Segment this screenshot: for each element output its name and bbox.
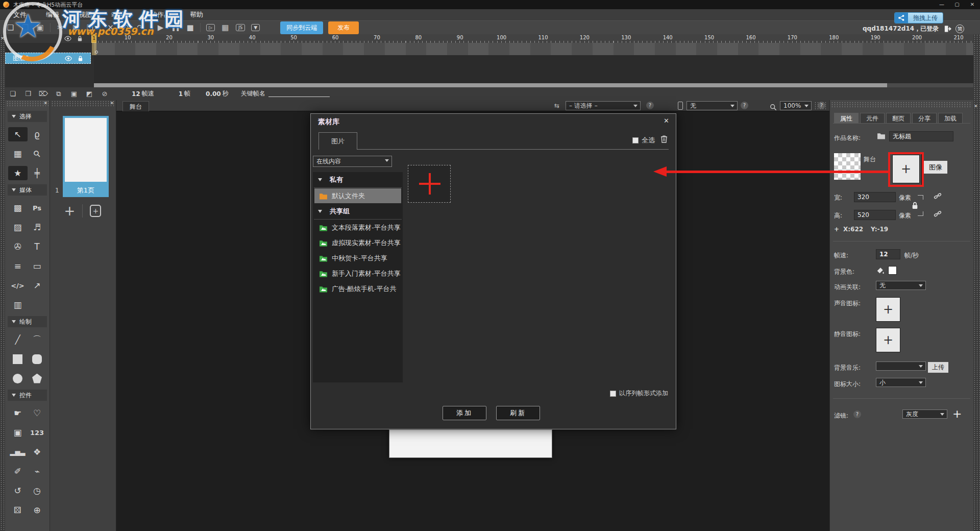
folder-item[interactable]: 广告-酷炫手机-平台共: [314, 281, 401, 296]
folder-group-共享组[interactable]: 共享组: [313, 204, 403, 219]
work-name-input[interactable]: 无标题: [889, 131, 953, 141]
panel-tab-元件[interactable]: 元件: [860, 113, 885, 123]
upload-music-button[interactable]: 上传: [928, 362, 948, 373]
polygon-tool[interactable]: [28, 371, 47, 385]
gesture-tool[interactable]: ☛: [8, 406, 28, 420]
filter-help-icon[interactable]: ?: [853, 411, 861, 418]
upload-image-tile[interactable]: [408, 165, 451, 203]
pause-icon[interactable]: ❚❚: [168, 25, 183, 31]
frames-track[interactable]: [94, 43, 973, 55]
qr-code-icon[interactable]: ▦: [218, 23, 233, 32]
folder-item[interactable]: 虚拟现实素材-平台共享: [314, 235, 401, 250]
add-page-button[interactable]: +: [64, 203, 76, 219]
brush-tool[interactable]: ✐: [8, 464, 28, 478]
menu-item-1[interactable]: 编辑: [38, 9, 67, 20]
menu-item-0[interactable]: 文件: [5, 9, 35, 20]
properties-panel-grip[interactable]: [831, 102, 972, 108]
folder-item[interactable]: 中秋贺卡-平台共享: [314, 251, 401, 266]
open-file-icon[interactable]: ❐: [18, 23, 33, 32]
menu-item-3[interactable]: 动画: [103, 9, 133, 20]
stage-canvas[interactable]: [389, 429, 552, 458]
vote-tool[interactable]: ▣: [8, 425, 28, 440]
ellipse-tool[interactable]: [8, 371, 28, 385]
guides-tool[interactable]: ╪: [28, 166, 47, 180]
insert-keyframe-icon[interactable]: ◩: [82, 90, 97, 98]
close-panel-icon[interactable]: ✕: [1, 36, 5, 41]
timer-tool[interactable]: ◷: [28, 484, 47, 498]
paint-bucket-icon[interactable]: [876, 266, 885, 275]
section-header-选择[interactable]: 选择: [8, 111, 47, 122]
delete-icon[interactable]: ✕: [103, 23, 118, 32]
add-filter-button[interactable]: +: [952, 407, 962, 420]
section-header-控件[interactable]: 控件: [8, 390, 47, 401]
image-tool[interactable]: ▨: [8, 220, 28, 234]
stage-background-thumbnail[interactable]: [834, 153, 861, 180]
preset-select[interactable]: – 请选择 –: [566, 101, 641, 110]
publish-button[interactable]: 发布: [328, 21, 359, 34]
folder-item[interactable]: 文本段落素材-平台共享: [314, 220, 401, 235]
menu-item-2[interactable]: 视图: [70, 9, 100, 20]
aspect-lock-icon[interactable]: [911, 201, 919, 210]
close-tools-panel-icon[interactable]: ✕: [43, 101, 47, 106]
new-frame-icon[interactable]: ❏: [5, 90, 20, 98]
text-tool[interactable]: T: [28, 239, 47, 254]
chart-tool[interactable]: ↗: [28, 278, 47, 293]
new-file-icon[interactable]: ❏: [3, 23, 18, 32]
animation-link-select[interactable]: 无: [876, 281, 926, 290]
tools-panel-grip[interactable]: ✕: [6, 101, 48, 107]
board-tool[interactable]: ▭: [28, 259, 47, 273]
refresh-button[interactable]: 刷新: [496, 406, 540, 420]
add-mute-icon-button[interactable]: +: [876, 328, 900, 352]
layer-row[interactable]: 图层0: [5, 53, 91, 64]
sequence-frames-checkbox[interactable]: [610, 391, 616, 397]
menu-item-5[interactable]: 帮助: [182, 9, 211, 20]
stage-select-tool[interactable]: ★: [8, 166, 28, 180]
duplicate-frame-icon[interactable]: ⧉: [51, 90, 66, 98]
maximize-button[interactable]: ▢: [949, 0, 965, 9]
source-select[interactable]: 在线内容: [313, 156, 392, 167]
preset-help-icon[interactable]: ?: [646, 102, 654, 109]
height-input[interactable]: 520: [854, 210, 896, 220]
panel-tab-属性[interactable]: 属性: [834, 113, 859, 123]
zoom-search-icon[interactable]: [770, 102, 777, 111]
background-music-select[interactable]: [876, 361, 926, 371]
height-link-icon[interactable]: [934, 210, 942, 218]
width-link-icon[interactable]: [934, 192, 942, 200]
folder-item[interactable]: 默认文件夹: [314, 188, 401, 203]
open-folder-icon[interactable]: [877, 132, 886, 139]
counter-tool[interactable]: 123: [28, 425, 47, 440]
left-dock-gutter[interactable]: ✕: [0, 34, 5, 531]
stage-tab[interactable]: 舞台: [122, 101, 149, 111]
delete-frame-icon[interactable]: ⌦: [36, 90, 51, 98]
clear-keyframe-icon[interactable]: ⊘: [97, 90, 112, 98]
undo-icon[interactable]: ↶: [118, 23, 133, 32]
add-sound-icon-button[interactable]: +: [876, 297, 900, 322]
add-button[interactable]: 添加: [443, 406, 486, 420]
layer-eye-icon[interactable]: [65, 56, 72, 61]
cut-icon[interactable]: ✂: [53, 23, 68, 32]
playhead[interactable]: 1: [91, 34, 96, 43]
layer-lock-icon[interactable]: [77, 55, 84, 62]
sync-to-cloud-button[interactable]: 同步到云端: [280, 21, 323, 34]
panel-tab-分享[interactable]: 分享: [912, 113, 937, 123]
stop-icon[interactable]: ■: [183, 23, 198, 32]
code-tool[interactable]: </>: [8, 278, 28, 293]
panel-tab-翻页[interactable]: 翻页: [886, 113, 911, 123]
curve-tool[interactable]: ⌒: [28, 332, 47, 347]
pages-panel-grip[interactable]: ✕: [51, 101, 115, 107]
select-all-checkbox[interactable]: [632, 137, 639, 143]
redo-icon[interactable]: ↷: [133, 23, 148, 32]
js-export-icon[interactable]: JS: [236, 24, 245, 31]
phone-preview-icon[interactable]: [678, 102, 683, 110]
filter-select[interactable]: 灰度: [902, 409, 947, 419]
timeline-scrollbar[interactable]: [94, 83, 973, 87]
line-tool[interactable]: ╱: [8, 332, 28, 347]
duplicate-page-button[interactable]: +: [90, 205, 101, 217]
publish-device-icon[interactable]: ▼: [251, 24, 260, 31]
folder-group-私有[interactable]: 私有: [313, 172, 403, 187]
close-panel-icon[interactable]: ✕: [974, 104, 978, 109]
width-input[interactable]: 320: [854, 192, 896, 202]
device-help-icon[interactable]: ?: [741, 102, 748, 109]
keyframe-marker[interactable]: [95, 51, 98, 54]
play-icon[interactable]: ▶: [153, 23, 168, 32]
